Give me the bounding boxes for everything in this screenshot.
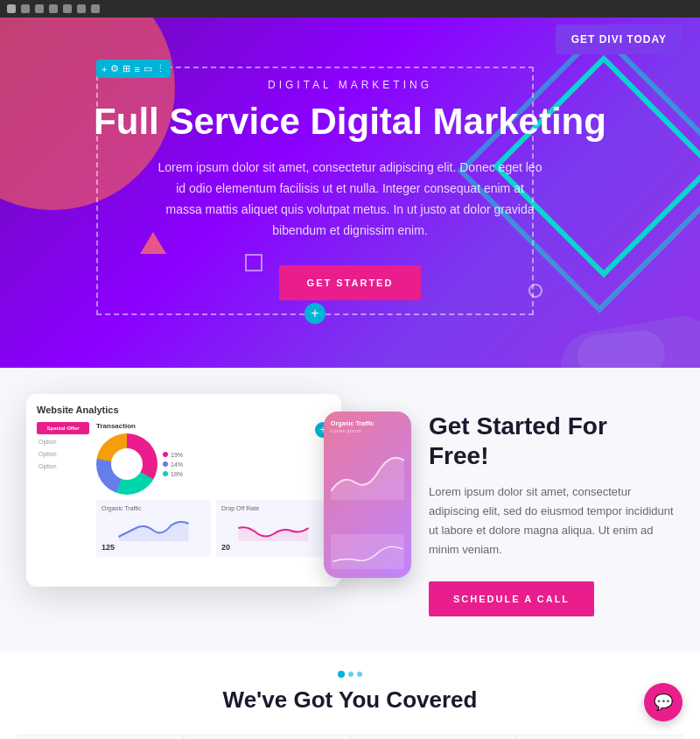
legend-dot-2 [163, 461, 168, 467]
covered-card-4: 📋 [516, 735, 682, 739]
metric-organic-chart [102, 515, 206, 541]
mobile-thumbnail [331, 534, 404, 569]
analytics-description: Lorem ipsum dolor sit amet, consectetur … [429, 482, 674, 560]
analytics-inner: Website Analytics Special Offer Option O… [0, 394, 700, 616]
metric-card-organic: Organic Traffic 125 [96, 500, 211, 557]
legend-dot-3 [163, 471, 168, 476]
toolbar-icon-more[interactable] [91, 4, 100, 13]
edit-text-icon[interactable]: ≡ [134, 64, 139, 74]
legend-dot-1 [163, 452, 168, 457]
builder-toolbar [0, 0, 700, 18]
laptop-screen: Website Analytics Special Offer Option O… [26, 394, 341, 587]
mobile-sub: Lorem ipsum [331, 428, 404, 433]
mobile-device: Organic Traffic Lorem ipsum [324, 412, 411, 578]
covered-title: We've Got You Covered [18, 686, 682, 714]
edit-settings-icon[interactable]: ⚙ [110, 63, 119, 74]
sidebar-link-1[interactable]: Option [37, 437, 89, 447]
section-edit-toolbar[interactable]: + ⚙ ⊞ ≡ ▭ ⋮ [96, 60, 171, 78]
metric-dropoff-chart [221, 515, 326, 541]
dot-2 [348, 672, 354, 677]
hero-title: Full Service Digital Marketing [0, 102, 700, 142]
covered-card-2: 👥 [184, 735, 350, 739]
mobile-chart [331, 439, 404, 534]
metric-organic-value: 125 [102, 543, 206, 552]
covered-cards: 🧩 👥 📊 📋 [18, 735, 682, 739]
legend-item-2: 14% [163, 461, 183, 468]
floating-dots [338, 671, 362, 678]
hero-subtitle: DIGITAL MARKETING [0, 79, 700, 91]
toolbar-icon-plus[interactable] [7, 4, 16, 13]
laptop-header: Website Analytics [37, 405, 331, 415]
dropoff-wave-fill [239, 527, 309, 541]
chat-bubble-button[interactable]: 💬 [644, 683, 682, 721]
toolbar-icon-box[interactable] [49, 4, 58, 13]
divi-today-button[interactable]: GET DIVI TODAY [556, 25, 682, 54]
edit-more-icon[interactable]: ⋮ [156, 63, 165, 74]
laptop-sidebar: Special Offer Option Option Option [37, 422, 89, 572]
sidebar-link-3[interactable]: Option [37, 461, 89, 471]
edit-plus-icon[interactable]: + [102, 64, 107, 74]
schedule-call-button[interactable]: SCHEDULE A CALL [429, 581, 594, 616]
device-mockup: Website Analytics Special Offer Option O… [26, 394, 394, 613]
toolbar-icon-settings[interactable] [21, 4, 30, 13]
dots-container [338, 671, 362, 678]
mobile-thumb-path [332, 546, 402, 561]
metric-dropoff-title: Drop Off Rate [221, 505, 326, 511]
hero-section: + ⚙ ⊞ ≡ ▭ ⋮ + DIGITAL MARKETING Full Ser… [0, 18, 700, 368]
analytics-section: Website Analytics Special Offer Option O… [0, 368, 700, 651]
mobile-header: Organic Traffic [331, 420, 404, 426]
metric-dropoff-value: 20 [221, 543, 326, 552]
legend-item-3: 18% [163, 471, 183, 477]
edit-grid-icon[interactable]: ⊞ [122, 63, 130, 74]
chat-icon: 💬 [654, 693, 673, 712]
sidebar-link-2[interactable]: Option [37, 449, 89, 459]
metric-card-dropoff: Drop Off Rate 20 [216, 500, 331, 557]
hero-description: Lorem ipsum dolor sit amet, consectetur … [140, 158, 560, 241]
overlay-add-button[interactable]: + [304, 303, 326, 324]
metrics-row: Organic Traffic 125 Drop [96, 500, 331, 557]
sidebar-active-btn[interactable]: Special Offer [37, 422, 89, 434]
transaction-area: Transaction 19% [96, 422, 331, 495]
edit-image-icon[interactable]: ▭ [144, 63, 152, 74]
covered-section: We've Got You Covered 🧩 👥 📊 📋 [0, 651, 700, 739]
mobile-wave-fill [331, 458, 404, 500]
donut-chart [96, 433, 158, 495]
toolbar-icon-grid[interactable] [35, 4, 44, 13]
metric-organic-title: Organic Traffic [102, 505, 206, 511]
covered-card-1: 🧩 [18, 735, 184, 739]
donut-inner [111, 448, 143, 480]
transaction-label: Transaction [96, 422, 308, 430]
dot-1 [338, 671, 345, 678]
toolbar-icon-text[interactable] [63, 4, 72, 13]
analytics-content: Get Started For Free! Lorem ipsum dolor … [429, 394, 674, 616]
covered-card-3: 📊 [350, 735, 516, 739]
laptop-main: Transaction 19% [96, 422, 331, 572]
laptop-body: Special Offer Option Option Option Trans… [37, 422, 331, 572]
toolbar-icon-image[interactable] [77, 4, 86, 13]
legend-item-1: 19% [163, 452, 183, 458]
dot-3 [357, 672, 362, 677]
chart-legend: 19% 14% 18% [163, 452, 183, 477]
hero-cta-button[interactable]: GET STARTED [279, 265, 422, 300]
analytics-title: Get Started For Free! [429, 412, 674, 470]
